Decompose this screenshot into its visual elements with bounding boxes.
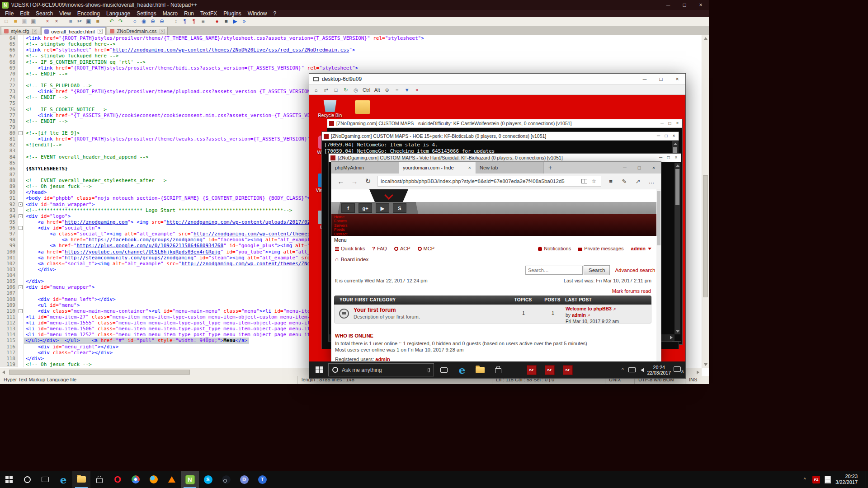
save-session-icon[interactable]: ▼ (402, 85, 411, 94)
show-desktop-button[interactable] (865, 471, 867, 488)
scrollbar-thumb[interactable] (675, 169, 679, 205)
maximize-button[interactable]: □ (653, 74, 669, 84)
advanced-search-link[interactable]: Advanced search (615, 267, 655, 273)
microphone-icon[interactable] (428, 368, 430, 372)
store-taskbar-icon[interactable] (90, 471, 108, 488)
code-line[interactable]: 68<!-- IF S_CONTENT_DIRECTION eq 'rtl' -… (0, 59, 702, 65)
console-titlebar[interactable]: [ZNoDgaming.com] CUSTOM MAPS - suicideDi… (327, 119, 682, 128)
cortana-button[interactable] (18, 471, 36, 488)
refresh-button[interactable]: ↻ (361, 177, 375, 185)
find-icon[interactable]: ○ (131, 18, 139, 25)
close-button[interactable]: × (674, 119, 681, 127)
clipboard-icon[interactable]: ≡ (392, 85, 401, 94)
browser-tab[interactable]: New tab (476, 162, 544, 174)
maximize-button[interactable]: □ (632, 162, 646, 174)
forum-nav-link[interactable]: Contact (334, 232, 656, 236)
text-editor-tray-icon[interactable] (825, 476, 831, 483)
file-transfer-icon[interactable]: ⇄ (321, 85, 330, 94)
console-scrollbar[interactable] (675, 163, 680, 334)
forward-button[interactable]: → (348, 178, 361, 185)
notepadpp-taskbar-icon[interactable]: N (181, 471, 199, 488)
cortana-search-box[interactable]: Ask me anything (327, 361, 435, 378)
search-input[interactable] (525, 266, 583, 275)
code-line[interactable]: 64<link href="{ROOT_PATH}styles/prosilve… (0, 35, 702, 41)
hidden-icons-button[interactable] (619, 367, 626, 372)
file-explorer-taskbar-icon[interactable] (471, 361, 489, 378)
steam-icon[interactable]: S (393, 203, 406, 213)
browser-tab[interactable]: phpMyAdmin (331, 162, 399, 174)
more-actions-icon[interactable]: … (645, 178, 658, 185)
minimize-button[interactable]: ─ (658, 119, 666, 127)
discord-taskbar-icon[interactable]: D (235, 471, 253, 488)
last-post-user-link[interactable]: admin (572, 312, 586, 318)
menu-run[interactable]: Run (181, 10, 197, 17)
close-button[interactable]: × (670, 132, 678, 140)
refresh-icon[interactable]: ↻ (341, 85, 350, 94)
maximize-button[interactable]: □ (665, 154, 672, 162)
minimize-button[interactable]: ─ (660, 0, 676, 10)
zoom-in-icon[interactable]: ⊕ (149, 18, 157, 25)
task-view-button[interactable] (36, 471, 54, 488)
display-icon[interactable] (628, 367, 636, 372)
close-tab-icon[interactable]: × (98, 29, 103, 34)
hidden-icons-button[interactable] (802, 477, 808, 482)
quicklink-faq[interactable]: ?FAQ (372, 246, 387, 251)
reading-view-icon[interactable] (581, 179, 587, 183)
close-tab-icon[interactable]: × (32, 29, 37, 34)
scroll-up-icon[interactable] (704, 37, 708, 40)
search-button[interactable]: Search (584, 265, 610, 275)
typing-mode-label[interactable]: INS (685, 376, 709, 384)
close-tab-icon[interactable]: × (467, 165, 472, 170)
menu-view[interactable]: View (56, 10, 74, 17)
goto-post-icon[interactable]: ↗ (613, 307, 616, 311)
copy-icon[interactable]: ▣ (85, 18, 93, 25)
scroll-down-icon[interactable] (676, 330, 679, 333)
screenshot-icon[interactable]: ◎ (351, 85, 360, 94)
address-bar[interactable] (381, 178, 579, 184)
save-all-icon[interactable]: ▣ (29, 18, 38, 25)
forum-link[interactable]: Your first forum (354, 307, 396, 313)
indent-guide-icon[interactable]: ≡ (199, 18, 207, 25)
undo-icon[interactable]: ↶ (108, 18, 116, 25)
scrollbar-thumb[interactable] (9, 370, 190, 375)
replace-icon[interactable]: ◉ (140, 18, 148, 25)
minimize-button[interactable]: ─ (618, 162, 632, 174)
kf-server-taskbar-icon-3[interactable]: KF (559, 361, 577, 378)
menu-settings[interactable]: Settings (133, 10, 159, 17)
forum-nav-link[interactable]: Servers (334, 224, 656, 228)
scrollbar-thumb[interactable] (703, 175, 708, 297)
remote-desktop-titlebar[interactable]: desktop-6cl9u09 ─ □ × (309, 74, 685, 84)
editor-tab[interactable]: overall_header.html× (41, 27, 106, 35)
play-macro-icon[interactable]: ▶ (231, 18, 239, 25)
redo-icon[interactable]: ↷ (117, 18, 125, 25)
current-user-menu[interactable]: admin (631, 246, 651, 251)
favorite-star-icon[interactable]: ☆ (590, 178, 598, 184)
znod-logo[interactable] (369, 189, 408, 202)
forum-nav-link[interactable]: Home (334, 215, 656, 219)
menu-encoding[interactable]: Encoding (74, 10, 103, 17)
paste-icon[interactable]: ■ (94, 18, 102, 25)
menu-textfx[interactable]: TextFX (197, 10, 220, 17)
scrollbar-thumb[interactable] (657, 191, 660, 245)
menu-help[interactable]: ? (270, 10, 279, 17)
last-post-link[interactable]: Welcome to phpBB3 (566, 306, 612, 311)
notepadpp-titlebar[interactable]: N \\DESKTOP-6CL9U09\movies-shows-music\o… (0, 0, 709, 10)
volume-icon[interactable] (638, 368, 644, 372)
quicklink-quick-links[interactable]: Quick links (335, 246, 365, 251)
teamspeak-taskbar-icon[interactable]: T (253, 471, 271, 488)
back-button[interactable]: ← (334, 178, 348, 185)
sync-scroll-icon[interactable]: ↕ (172, 18, 180, 25)
word-wrap-icon[interactable]: ¶ (181, 18, 189, 25)
code-line[interactable]: 67<!-- stingtwo fuckuped here --> (0, 53, 702, 59)
fold-marker-icon[interactable]: - (19, 202, 23, 206)
menu-window[interactable]: Window (245, 10, 270, 17)
kf-server-taskbar-icon-2[interactable]: KF (541, 361, 559, 378)
quicklink-acp[interactable]: ACP (394, 246, 410, 251)
connection-options-icon[interactable]: ⌂ (311, 85, 321, 94)
quicklink-mcp[interactable]: MCP (418, 246, 434, 251)
profile-icon[interactable]: ↗ (587, 314, 590, 318)
zoom-out-icon[interactable]: ⊖ (158, 18, 166, 25)
quicklink-notifications[interactable]: Notifications (538, 246, 571, 251)
fold-marker-icon[interactable]: - (19, 214, 23, 218)
print-icon[interactable]: ■ (66, 18, 75, 25)
